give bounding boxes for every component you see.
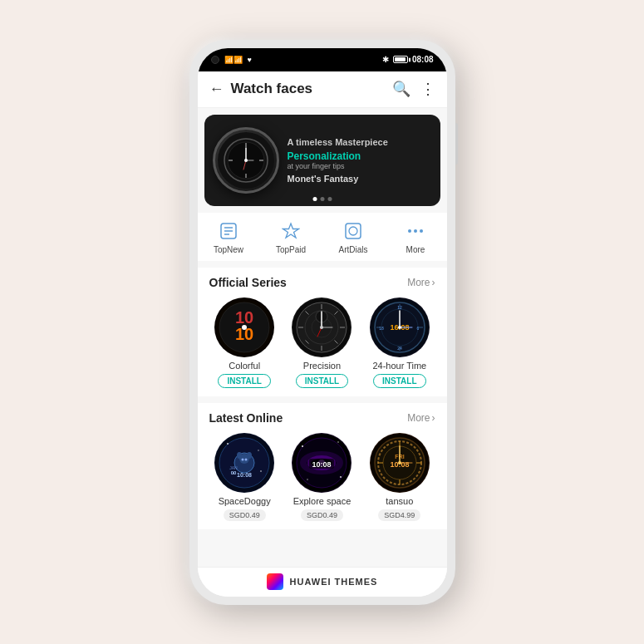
svg-point-65 [247,452,252,459]
watch-item-24h: 12 6 24 18 [364,297,435,388]
explore-price: SGD0.49 [301,509,343,521]
watch-item-precision: Precision INSTALL [287,297,357,388]
svg-point-61 [260,470,262,472]
watch-item-tansuo: FRI 10:08 tansuo SGD4.99 [364,433,435,521]
heart-icon: ♥ [248,56,252,64]
svg-point-59 [258,450,259,451]
svg-point-17 [414,229,417,233]
explore-thumb: 10:08 [292,433,351,493]
svg-text:10:08: 10:08 [237,472,252,478]
svg-point-15 [349,227,357,235]
svg-point-64 [237,452,242,459]
status-time: 08:08 [412,55,434,64]
bottom-brand-text: HUAWEI THEMES [290,577,378,587]
hero-monet: Monet's Fantasy [288,174,432,184]
official-series-title: Official Series [209,276,287,289]
svg-text:10:08: 10:08 [312,460,332,469]
hero-banner: A timeless Masterpiece Personalization a… [204,115,440,206]
category-more[interactable]: More [392,219,439,254]
back-button[interactable]: ← [209,81,224,98]
hero-watch-image [204,115,288,206]
colorful-name: Colorful [229,361,260,371]
more-menu-button[interactable]: ⋮ [420,80,435,98]
category-artdials[interactable]: ArtDials [330,219,376,254]
toppaid-icon [279,219,302,243]
scroll-content: A timeless Masterpiece Personalization a… [198,108,447,567]
topnew-icon [217,219,240,243]
tansuo-price: SGD4.99 [378,509,420,521]
huawei-logo-icon [267,573,283,590]
app-bar-icons: 🔍 ⋮ [392,80,435,98]
official-series-more[interactable]: More › [407,277,435,288]
precision-name: Precision [303,361,341,371]
app-bar: ← Watch faces 🔍 ⋮ [198,71,447,108]
spacedoggy-name: SpaceDoggy [219,496,271,506]
phone-frame: 📶📶 ♥ ✱ 08:08 ← Watch faces 🔍 ⋮ [189,40,455,605]
signal-icons: 📶📶 [224,56,243,64]
svg-point-23 [242,325,247,330]
toppaid-label: TopPaid [276,245,306,254]
dot-1 [312,197,317,201]
svg-point-78 [307,479,309,480]
bottom-bar: HUAWEI THEMES [198,567,447,597]
phone-screen: 📶📶 ♥ ✱ 08:08 ← Watch faces 🔍 ⋮ [198,48,447,597]
svg-point-18 [420,229,423,233]
svg-point-77 [338,441,340,443]
latest-online-title: Latest Online [209,411,283,425]
svg-point-58 [227,443,229,445]
svg-text:18: 18 [379,326,384,331]
latest-online-grid: 10:08 JAN 00 SpaceDoggy SGD0.49 [209,433,435,521]
official-series-header: Official Series More › [209,276,435,289]
precision-thumb [292,297,351,357]
page-title: Watch faces [231,81,386,97]
tansuo-name: tansuo [386,496,413,506]
svg-text:00: 00 [231,470,237,475]
svg-point-9 [244,159,248,162]
watch-item-colorful: 10 10 Colorful INSTALL [209,297,280,388]
hero-sub: at your finger tips [288,162,432,170]
explore-name: Explore space [293,496,351,506]
search-button[interactable]: 🔍 [392,80,410,98]
hero-personalization: Personalization [288,150,432,162]
spacedoggy-price: SGD0.49 [224,509,266,521]
category-toppaid[interactable]: TopPaid [268,219,314,254]
hero-text: A timeless Masterpiece Personalization a… [288,129,440,192]
category-topnew[interactable]: TopNew [205,219,252,254]
colorful-thumb: 10 10 [214,297,274,357]
svg-point-67 [245,458,248,460]
24h-thumb: 12 6 24 18 [370,297,430,357]
watch-item-spacedoggy: 10:08 JAN 00 SpaceDoggy SGD0.49 [209,433,280,521]
watch-item-explore: 10:08 Explore space SGD0.49 [287,433,357,521]
tansuo-thumb: FRI 10:08 [370,433,430,493]
svg-point-55 [398,326,401,329]
bluetooth-icon: ✱ [382,55,389,64]
svg-point-79 [340,476,342,478]
artdials-icon [342,219,365,243]
artdials-label: ArtDials [338,245,367,254]
svg-text:10: 10 [235,308,253,327]
spacedoggy-thumb: 10:08 JAN 00 [214,433,274,493]
colorful-install-btn[interactable]: INSTALL [218,374,270,388]
latest-online-header: Latest Online More › [209,411,435,425]
official-series-section: Official Series More › [198,268,447,396]
more-cat-icon [404,219,427,243]
latest-online-more[interactable]: More › [407,412,435,424]
status-bar: 📶📶 ♥ ✱ 08:08 [198,48,447,71]
dot-2 [320,197,324,201]
svg-point-66 [242,458,244,460]
svg-point-16 [408,229,411,233]
banner-dots [312,197,332,201]
svg-point-76 [302,445,303,447]
category-tabs: TopNew TopPaid [198,213,447,261]
dot-3 [327,197,332,201]
precision-install-btn[interactable]: INSTALL [296,374,348,388]
official-series-grid: 10 10 Colorful INSTALL [209,297,435,388]
24h-install-btn[interactable]: INSTALL [373,374,425,388]
battery-icon [393,56,408,63]
hero-tagline: A timeless Masterpiece [288,137,432,147]
24h-name: 24-hour Time [372,361,426,371]
svg-point-94 [398,461,401,465]
svg-text:6: 6 [416,326,419,331]
topnew-label: TopNew [214,245,243,254]
camera-icon [211,56,219,64]
